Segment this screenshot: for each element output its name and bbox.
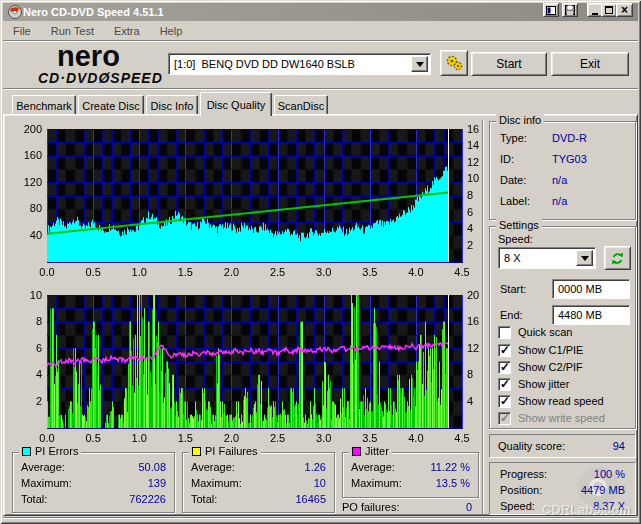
pi-failures-jitter-chart <box>8 288 484 448</box>
divider <box>3 88 638 89</box>
start-position-input[interactable]: 0000 MB <box>552 279 630 299</box>
drive-selector[interactable]: [1:0] BENQ DVD DD DW1640 BSLB <box>168 53 431 75</box>
nero-logo-text: nero <box>57 40 120 72</box>
drive-selector-value: [1:0] BENQ DVD DD DW1640 BSLB <box>174 58 355 70</box>
tab-disc-info[interactable]: Disc Info <box>146 95 198 115</box>
pi-failures-average: 1.26 <box>305 461 326 473</box>
po-failures-value: 0 <box>440 501 472 513</box>
menu-run-test[interactable]: Run Test <box>41 24 104 38</box>
report-button[interactable] <box>543 3 559 17</box>
maximize-button[interactable] <box>601 3 617 17</box>
quick-scan-checkbox[interactable]: Quick scan <box>498 325 572 339</box>
chevron-down-icon <box>581 256 589 261</box>
close-button[interactable]: × <box>616 3 633 17</box>
menu-bar: File Run Test Extra Help <box>3 22 638 39</box>
save-icon <box>565 5 575 15</box>
jitter-maximum: 13.5 % <box>436 477 470 489</box>
jitter-group: Jitter Average: 11.22 % Maximum: 13.5 % <box>342 452 479 498</box>
menu-file[interactable]: File <box>3 24 41 38</box>
chevron-down-icon <box>416 62 424 67</box>
show-read-speed-checkbox[interactable]: Show read speed <box>498 394 604 408</box>
settings-group: Settings Speed: 8 X Start: 0000 MB End: … <box>489 226 636 429</box>
tab-benchmark[interactable]: Benchmark <box>12 95 76 115</box>
show-jitter-checkbox[interactable]: Show jitter <box>498 377 569 391</box>
disc-label-value: n/a <box>552 195 567 207</box>
exit-button[interactable]: Exit <box>551 52 629 76</box>
watermark-text: CDRLabs.com <box>542 502 631 517</box>
minimize-icon <box>592 13 598 15</box>
menu-help[interactable]: Help <box>150 24 193 38</box>
menu-extra[interactable]: Extra <box>104 24 150 38</box>
pi-errors-maximum: 139 <box>148 477 166 489</box>
position-value: 4479 MB <box>581 484 625 496</box>
disc-id-value: TYG03 <box>552 153 587 165</box>
tab-disc-quality[interactable]: Disc Quality <box>200 92 272 116</box>
show-c1-pie-checkbox[interactable]: Show C1/PIE <box>498 343 583 357</box>
pi-errors-legend-swatch <box>22 447 31 456</box>
window-title: Nero CD-DVD Speed 4.51.1 <box>23 6 164 18</box>
settings-title: Settings <box>496 219 542 231</box>
jitter-title: Jitter <box>349 445 392 457</box>
jitter-legend-swatch <box>352 447 361 456</box>
pi-failures-legend-swatch <box>192 447 201 456</box>
disc-date-value: n/a <box>552 174 567 186</box>
disc-info-title: Disc info <box>496 114 544 126</box>
speed-select-dropdown-button[interactable] <box>576 250 593 266</box>
cdspeed-logo-text: CD·DVDØSPEED <box>38 70 163 86</box>
pi-failures-group: PI Failures Average: 1.26 Maximum: 10 To… <box>182 452 335 513</box>
status-strip <box>3 517 638 518</box>
pi-errors-average: 50.08 <box>138 461 166 473</box>
app-window: Nero CD-DVD Speed 4.51.1 × File Run Test… <box>0 0 641 524</box>
drive-selector-dropdown-button[interactable] <box>411 56 428 72</box>
report-icon <box>546 6 556 15</box>
tab-create-disc[interactable]: Create Disc <box>78 95 144 115</box>
po-failures-label: PO failures: <box>342 501 399 513</box>
pi-failures-maximum: 10 <box>314 477 326 489</box>
disc-info-group: Disc info Type: DVD-R ID: TYG03 Date: n/… <box>489 121 636 220</box>
app-icon <box>8 5 22 19</box>
pi-errors-chart <box>8 118 484 286</box>
disc-type-value: DVD-R <box>552 132 587 144</box>
gears-icon <box>445 55 463 71</box>
show-c2-pif-checkbox[interactable]: Show C2/PIF <box>498 360 583 374</box>
pi-failures-total: 16465 <box>295 493 326 505</box>
speed-select[interactable]: 8 X <box>498 247 596 269</box>
start-button[interactable]: Start <box>471 52 547 76</box>
pi-errors-group: PI Errors Average: 50.08 Maximum: 139 To… <box>12 452 175 513</box>
close-icon: × <box>621 5 628 15</box>
jitter-average: 11.22 % <box>430 461 470 473</box>
pi-failures-title: PI Failures <box>189 445 261 457</box>
pi-errors-total: 762226 <box>129 493 166 505</box>
end-position-input[interactable]: 4480 MB <box>552 305 630 325</box>
nero-logo: nero <box>57 43 120 69</box>
panel-divider <box>482 120 483 514</box>
quality-score-value: 94 <box>613 440 625 452</box>
quality-score-box: Quality score: 94 <box>489 434 636 458</box>
tab-scandisc[interactable]: ScanDisc <box>274 95 328 115</box>
save-button[interactable] <box>562 3 578 17</box>
show-write-speed-checkbox: Show write speed <box>498 411 605 425</box>
options-button[interactable] <box>440 50 468 76</box>
maximize-icon <box>605 6 613 14</box>
refresh-button[interactable] <box>604 246 631 270</box>
refresh-icon <box>610 251 625 266</box>
progress-value: 100 % <box>594 468 625 480</box>
pi-errors-title: PI Errors <box>19 445 81 457</box>
